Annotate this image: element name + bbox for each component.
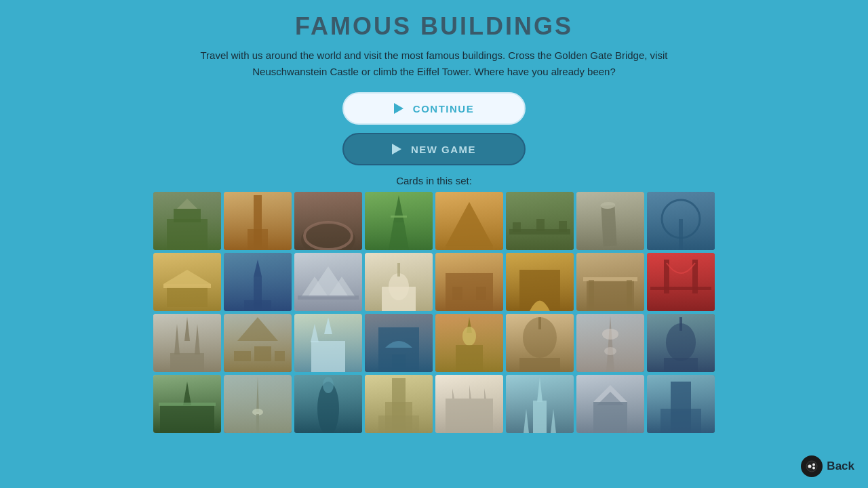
svg-rect-64 [170,353,204,372]
svg-rect-91 [679,317,682,331]
svg-rect-40 [298,296,359,300]
card-item [647,253,715,311]
card-item [435,192,503,250]
svg-rect-100 [256,414,259,433]
svg-rect-57 [650,287,711,290]
back-button[interactable]: Back [801,455,854,477]
svg-point-125 [806,461,817,472]
card-item [294,253,362,311]
svg-point-88 [604,347,616,355]
svg-rect-55 [627,280,632,311]
svg-rect-2 [174,209,201,222]
cards-grid [153,192,715,433]
svg-rect-30 [163,284,211,288]
card-item [224,375,292,433]
card-item [506,253,574,311]
svg-rect-119 [593,402,627,433]
svg-point-87 [602,329,618,340]
action-buttons: CONTINUE NEW GAME [342,92,526,165]
svg-rect-48 [476,287,486,300]
card-item [153,253,221,311]
card-item [365,375,433,433]
svg-rect-67 [234,351,251,361]
card-item [647,314,715,372]
card-item [294,314,362,372]
back-label: Back [827,460,854,473]
card-item [506,314,574,372]
svg-rect-16 [446,245,493,250]
card-item [506,375,574,433]
card-item [576,192,644,250]
newgame-label: NEW GAME [411,144,476,155]
svg-rect-56 [647,253,715,311]
svg-rect-6 [248,229,268,250]
svg-rect-107 [378,415,419,433]
card-item [294,192,362,250]
svg-rect-115 [533,401,547,433]
card-item [647,375,715,433]
svg-rect-94 [160,405,214,433]
svg-point-126 [808,465,812,468]
card-item [435,375,503,433]
card-item [153,192,221,250]
card-item [224,314,292,372]
svg-point-79 [462,327,476,346]
card-item [576,314,644,372]
svg-rect-21 [559,221,567,232]
svg-rect-54 [589,280,594,311]
svg-rect-124 [660,409,701,433]
card-item [647,192,715,250]
page-title: FAMOUS BUILDINGS [190,12,678,41]
svg-rect-44 [397,263,400,277]
svg-rect-29 [167,287,208,307]
svg-rect-69 [275,351,285,361]
card-item [365,253,433,311]
page-subtitle: Travel with us around the world and visi… [190,47,678,80]
card-item [153,314,221,372]
svg-rect-84 [519,358,560,372]
svg-rect-73 [311,341,345,372]
svg-point-103 [323,377,334,393]
svg-point-127 [812,464,815,466]
svg-rect-35 [244,300,271,311]
svg-rect-23 [601,205,616,247]
back-icon [801,455,823,477]
svg-rect-19 [513,222,521,232]
cards-label: Cards in this set: [396,175,472,186]
svg-rect-20 [536,219,545,231]
card-item [576,375,644,433]
card-item [435,314,503,372]
svg-rect-109 [446,399,493,433]
svg-point-43 [389,273,409,300]
card-item [576,253,644,311]
page-header: FAMOUS BUILDINGS Travel with us around t… [190,12,678,80]
svg-rect-80 [456,345,483,372]
card-item [294,375,362,433]
new-game-button[interactable]: NEW GAME [342,133,526,165]
svg-rect-68 [254,346,271,361]
svg-rect-96 [159,403,216,406]
card-item [365,192,433,250]
svg-rect-83 [538,317,541,329]
svg-rect-27 [679,219,683,250]
card-item [365,314,433,372]
card-item [153,375,221,433]
continue-label: CONTINUE [413,103,474,115]
svg-rect-13 [391,216,407,218]
svg-rect-92 [664,358,698,372]
svg-rect-76 [392,354,406,372]
newgame-play-icon [392,144,401,155]
svg-rect-47 [452,287,462,300]
card-item [224,192,292,250]
continue-play-icon [394,103,403,114]
card-item [435,253,503,311]
card-item [224,253,292,311]
continue-button[interactable]: CONTINUE [342,92,526,125]
svg-point-128 [812,467,815,470]
svg-rect-1 [167,219,208,250]
card-item [506,192,574,250]
